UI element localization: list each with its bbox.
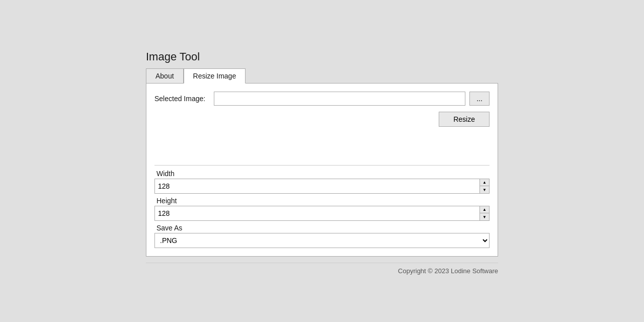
height-field-group: Height ▲ ▼	[154, 197, 490, 221]
footer: Copyright © 2023 Lodine Software	[146, 263, 498, 275]
width-label: Width	[154, 170, 490, 178]
save-as-select[interactable]: .PNG .JPG .BMP .GIF	[154, 233, 490, 248]
height-label: Height	[154, 197, 490, 205]
width-increment-button[interactable]: ▲	[480, 179, 489, 186]
tab-bar: About Resize Image	[146, 68, 498, 84]
copyright-text: Copyright © 2023 Lodine Software	[398, 267, 498, 275]
tab-resize-image[interactable]: Resize Image	[184, 68, 246, 84]
width-spinner-buttons: ▲ ▼	[479, 179, 489, 193]
browse-button[interactable]: ...	[469, 92, 490, 106]
height-increment-button[interactable]: ▲	[480, 206, 489, 213]
width-spinner: ▲ ▼	[154, 179, 490, 194]
app-title: Image Tool	[146, 50, 498, 63]
width-input[interactable]	[155, 179, 479, 193]
resize-row: Resize	[154, 112, 490, 127]
height-spinner: ▲ ▼	[154, 206, 490, 221]
selected-image-label: Selected Image:	[154, 95, 210, 103]
width-field-group: Width ▲ ▼	[154, 170, 490, 194]
save-as-section: Save As .PNG .JPG .BMP .GIF	[154, 224, 490, 248]
selected-image-input[interactable]	[214, 92, 465, 106]
tab-about[interactable]: About	[146, 68, 184, 84]
tab-content-resize: Selected Image: ... Resize Width ▲ ▼ Hei	[146, 84, 498, 257]
height-spinner-buttons: ▲ ▼	[479, 206, 489, 220]
width-decrement-button[interactable]: ▼	[480, 186, 489, 193]
selected-image-row: Selected Image: ...	[154, 92, 490, 106]
app-container: Image Tool About Resize Image Selected I…	[146, 50, 498, 275]
resize-button[interactable]: Resize	[439, 112, 490, 127]
image-preview-area	[154, 135, 490, 165]
height-input[interactable]	[155, 206, 479, 220]
height-decrement-button[interactable]: ▼	[480, 213, 489, 220]
save-as-label: Save As	[154, 224, 490, 232]
dimensions-section: Width ▲ ▼ Height ▲ ▼	[154, 165, 490, 248]
